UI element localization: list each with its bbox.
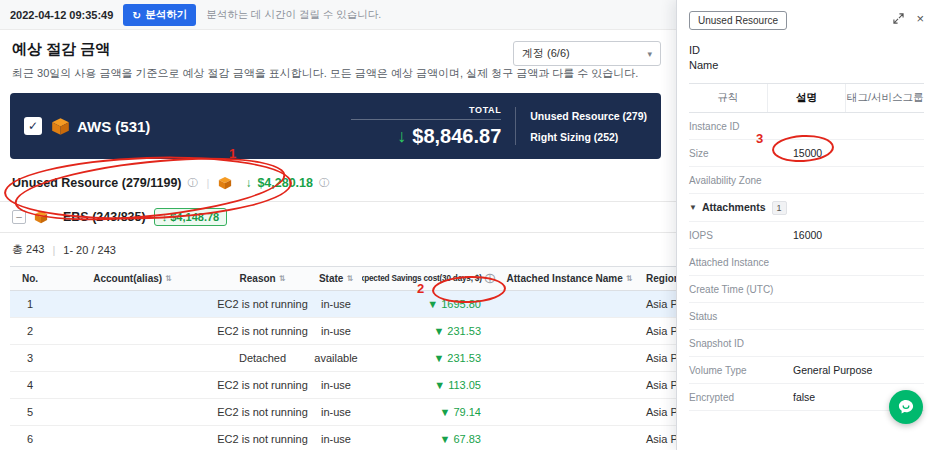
field-label: Snapshot ID [689, 337, 793, 350]
cell-reason: EC2 is not running [215, 406, 310, 418]
field-label: Encrypted [689, 391, 793, 404]
cell-reason: Detached [215, 352, 310, 364]
tab-tags-service-groups[interactable]: 태그/서비스그룹 [845, 84, 924, 112]
chevron-down-icon: ▾ [647, 49, 652, 59]
tab-description[interactable]: 설명 [767, 84, 846, 112]
refresh-icon: ↻ [132, 9, 141, 21]
cell-no: 4 [10, 379, 50, 391]
cell-state: available [310, 352, 362, 364]
table-row[interactable]: 5 EC2 is not running in-use ▼ 79.14 Asia… [10, 399, 732, 426]
total-count: 총 243 [12, 242, 44, 257]
name-label: Name [689, 58, 924, 73]
sort-icon[interactable]: ⇅ [165, 274, 172, 283]
field-label: Availability Zone [689, 174, 793, 187]
cell-no: 5 [10, 406, 50, 418]
page-range: 1- 20 / 243 [63, 244, 116, 256]
down-arrow-icon: ↓ [397, 127, 406, 145]
field-label: Instance ID [689, 120, 793, 133]
sort-icon[interactable]: ⇅ [626, 274, 633, 283]
cell-no: 2 [10, 325, 50, 337]
banner-menu-unused-resource[interactable]: Unused Resource (279) [530, 110, 647, 122]
table-row[interactable]: 6 EC2 is not running in-use ▼ 67.83 Asia… [10, 426, 732, 450]
app-window: 2022-04-12 09:35:49 ↻ 분석하기 분석하는 데 시간이 걸릴… [0, 0, 936, 450]
attachments-section-toggle[interactable]: ▼ Attachments 1 [689, 194, 924, 222]
col-attached[interactable]: Attached Instance Name⇅ [497, 273, 642, 284]
col-reason[interactable]: Reason⇅ [215, 273, 310, 284]
analyze-hint: 분석하는 데 시간이 걸릴 수 있습니다. [206, 8, 381, 22]
cell-no: 6 [10, 433, 50, 445]
unused-resource-amount: $4,280.18 [257, 176, 313, 190]
pagination-divider: | [52, 244, 55, 256]
cell-reason: EC2 is not running [215, 379, 310, 391]
panel-fields: Instance ID Size 15000 Availability Zone… [689, 113, 924, 411]
down-arrow-icon: ↓ [245, 176, 251, 190]
info-icon[interactable]: ⓘ [188, 176, 198, 190]
detail-panel: Unused Resource × ID Name 규칙 설명 태그/서비스그룹… [676, 0, 936, 450]
col-savings[interactable]: Expected Savings cost(30 days, $)ⓘ⇅ [362, 272, 497, 286]
banner-menu: Unused Resource (279) Right Sizing (252) [530, 110, 647, 143]
field-label: IOPS [689, 229, 793, 242]
field-value: false [793, 391, 815, 404]
ebs-cube-icon [218, 176, 232, 190]
banner-divider [515, 107, 516, 145]
analyze-label: 분석하기 [145, 8, 187, 22]
info-icon[interactable]: ⓘ [485, 272, 495, 286]
provider-title: AWS (531) [77, 118, 150, 135]
aws-cube-icon [51, 117, 70, 136]
provider-checkbox[interactable]: ✓ [24, 117, 42, 135]
field-value: 15000 [793, 147, 822, 160]
field-value: 16000 [793, 229, 822, 242]
ebs-checkbox[interactable]: – [12, 210, 26, 224]
chevron-down-icon: ▼ [689, 203, 697, 212]
account-filter-dropdown[interactable]: 계정 (6/6) ▾ [513, 41, 661, 66]
total-label: TOTAL [351, 105, 501, 120]
col-no[interactable]: No. [10, 273, 50, 284]
indeterminate-dash-icon: – [16, 212, 22, 222]
table-row[interactable]: 1 EC2 is not running in-use ▼ 1695.80 As… [10, 291, 732, 318]
sort-icon[interactable]: ⇅ [279, 274, 286, 283]
col-account[interactable]: Account(alias)⇅ [50, 273, 215, 284]
panel-actions: × [893, 12, 924, 25]
table-row[interactable]: 2 EC2 is not running in-use ▼ 231.53 Asi… [10, 318, 732, 345]
resource-table: No. Account(alias)⇅ Reason⇅ State⇅ Expec… [10, 266, 732, 450]
expand-icon[interactable] [893, 13, 904, 24]
field-row-availability-zone: Availability Zone [689, 167, 924, 194]
ebs-group-label: EBS (243/835) [63, 210, 146, 224]
cell-no: 3 [10, 352, 50, 364]
banner-menu-right-sizing[interactable]: Right Sizing (252) [530, 131, 647, 143]
field-row-snapshot-id: Snapshot ID [689, 330, 924, 357]
cell-savings: ▼ 231.53 [362, 325, 497, 337]
field-row-instance-id: Instance ID [689, 113, 924, 140]
close-icon[interactable]: × [916, 12, 924, 25]
analyze-button[interactable]: ↻ 분석하기 [123, 4, 196, 26]
field-row-status: Status [689, 303, 924, 330]
ebs-savings-badge[interactable]: ↓ $4,148.78 [154, 208, 228, 226]
field-label: Status [689, 310, 793, 323]
field-row-create-time: Create Time (UTC) [689, 276, 924, 303]
unused-resource-title: Unused Resource (279/1199) [12, 176, 182, 190]
cell-savings: ▼ 231.53 [362, 352, 497, 364]
panel-tabs: 규칙 설명 태그/서비스그룹 [689, 83, 924, 113]
table-row[interactable]: 3 Detached available ▼ 231.53 Asia P [10, 345, 732, 372]
chat-widget-button[interactable] [889, 390, 923, 424]
info-icon[interactable]: ⓘ [319, 176, 329, 190]
tab-rule[interactable]: 규칙 [689, 84, 767, 112]
cell-state: in-use [310, 433, 362, 445]
attachments-count-badge: 1 [772, 201, 787, 215]
table-row[interactable]: 4 EC2 is not running in-use ▼ 113.05 Asi… [10, 372, 732, 399]
col-state[interactable]: State⇅ [310, 273, 362, 284]
field-label: Attached Instance [689, 256, 793, 269]
total-amount: $8,846.87 [412, 125, 501, 148]
field-label: Create Time (UTC) [689, 283, 793, 296]
field-value: General Purpose [793, 364, 872, 377]
cell-state: in-use [310, 298, 362, 310]
sort-icon[interactable]: ⇅ [346, 274, 353, 283]
cell-reason: EC2 is not running [215, 325, 310, 337]
cell-savings: ▼ 113.05 [362, 379, 497, 391]
field-row-attached-instance: Attached Instance [689, 249, 924, 276]
cell-savings: ▼ 79.14 [362, 406, 497, 418]
provider-banner: ✓ AWS (531) TOTAL ↓ $8,846.87 Unused Res… [10, 93, 661, 159]
cell-reason: EC2 is not running [215, 298, 310, 310]
cell-savings: ▼ 1695.80 [362, 298, 497, 310]
ebs-cube-icon [34, 210, 48, 224]
